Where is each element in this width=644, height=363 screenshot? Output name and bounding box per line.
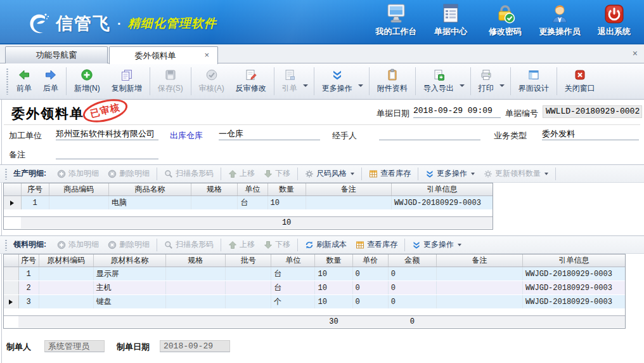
copy-new-button[interactable]: 复制新增	[106, 66, 148, 96]
toolbar-grip[interactable]	[5, 168, 7, 180]
doc-date-field[interactable]: 2018-09-29 09:09	[413, 106, 501, 118]
cell-seq[interactable]: 2	[18, 281, 39, 295]
production-add-button[interactable]: 添加明细	[53, 167, 103, 180]
chevron-down-icon[interactable]	[499, 84, 505, 87]
cell-code[interactable]	[39, 295, 93, 309]
material-refresh-cost-button[interactable]: 刷新成本	[300, 238, 351, 251]
cell-seq[interactable]: 1	[18, 267, 39, 281]
tab-function-nav[interactable]: 功能导航窗	[5, 46, 108, 63]
cell-code[interactable]	[49, 196, 108, 210]
column-header[interactable]: 规格	[166, 254, 226, 267]
cell-qty[interactable]: 10	[315, 267, 352, 281]
cell-batch[interactable]	[226, 267, 271, 281]
column-header[interactable]: 序号	[21, 183, 49, 196]
cell-code[interactable]	[39, 267, 93, 281]
cell-spec[interactable]	[166, 281, 226, 295]
biztype-field[interactable]: 委外发料	[542, 128, 639, 140]
exit-system-button[interactable]: 退出系统	[587, 3, 641, 37]
column-header[interactable]: 备注	[436, 254, 522, 267]
close-window-button[interactable]: 关闭窗口	[559, 66, 601, 96]
cell-amount[interactable]: 0	[388, 281, 436, 295]
material-move-up-button[interactable]: 上移	[224, 238, 259, 251]
tab-outsource-material[interactable]: 委外领料单 ×	[109, 46, 218, 64]
cell-batch[interactable]	[226, 295, 271, 309]
material-more-ops-button[interactable]: 更多操作	[408, 238, 466, 251]
cell-seq[interactable]: 1	[21, 196, 49, 210]
cell-remark[interactable]	[436, 281, 522, 295]
unaudit-button[interactable]: 反审修改	[230, 66, 272, 96]
cell-code[interactable]	[39, 281, 93, 295]
cell-ref[interactable]: WWJGD-20180929-0003	[523, 281, 625, 295]
cell-name[interactable]: 显示屏	[93, 267, 165, 281]
change-password-button[interactable]: 修改密码	[478, 3, 532, 37]
switch-operator-button[interactable]: 更换操作员	[532, 3, 587, 37]
column-header[interactable]: 金额	[388, 254, 436, 267]
import-export-button[interactable]: 导入导出	[418, 66, 460, 96]
chevron-down-icon[interactable]	[358, 84, 363, 87]
cell-batch[interactable]	[226, 281, 271, 295]
toolbar-grip[interactable]	[6, 68, 8, 95]
cell-remark[interactable]	[436, 267, 522, 281]
column-header[interactable]: 规格	[191, 183, 238, 196]
column-header[interactable]: 单价	[352, 254, 388, 267]
column-header[interactable]: 备注	[306, 183, 391, 196]
cell-price[interactable]: 0	[352, 267, 388, 281]
column-header[interactable]: 引单信息	[523, 254, 625, 267]
prev-doc-button[interactable]: 前单	[11, 66, 37, 96]
workbench-button[interactable]: 我的工作台	[369, 3, 423, 37]
cell-amount[interactable]: 0	[388, 267, 436, 281]
cell-name[interactable]: 主机	[93, 281, 165, 295]
column-header[interactable]: 单位	[271, 254, 315, 267]
column-header[interactable]: 数量	[315, 254, 352, 267]
cell-price[interactable]: 0	[352, 295, 388, 309]
audit-button[interactable]: 审核(A)	[193, 66, 230, 96]
column-header[interactable]: 批号	[226, 254, 271, 267]
material-add-button[interactable]: 添加明细	[53, 238, 103, 251]
warehouse-link[interactable]: 出库仓库	[170, 130, 203, 142]
handler-field[interactable]	[379, 128, 480, 140]
cell-qty[interactable]: 10	[267, 196, 306, 210]
cell-name[interactable]: 电脑	[108, 196, 191, 210]
attachments-button[interactable]: 附件资料	[371, 66, 413, 96]
production-move-down-button[interactable]: 下移	[259, 167, 295, 180]
cell-remark[interactable]	[306, 196, 391, 210]
production-more-ops-button[interactable]: 更多操作	[421, 167, 479, 180]
print-button[interactable]: 打印	[473, 66, 499, 96]
cell-price[interactable]: 0	[352, 281, 388, 295]
tab-close-icon[interactable]: ×	[204, 51, 209, 59]
cell-unit[interactable]: 台	[271, 267, 315, 281]
processor-field[interactable]: 郑州亚拓软件科技有限公司	[56, 128, 158, 140]
production-size-style-button[interactable]: 尺码风格	[300, 167, 359, 180]
chevron-down-icon[interactable]	[303, 84, 308, 87]
cell-name[interactable]: 键盘	[93, 295, 165, 309]
material-view-stock-button[interactable]: 查看库存	[351, 238, 402, 251]
production-delete-button[interactable]: 删除明细	[103, 167, 154, 180]
cell-ref[interactable]: WWJGD-20180929-0003	[523, 267, 625, 281]
production-move-up-button[interactable]: 上移	[224, 167, 259, 180]
more-ops-button[interactable]: 更多操作	[316, 66, 358, 96]
production-update-qty-button[interactable]: 更新领料数量	[479, 167, 553, 180]
cell-spec[interactable]	[166, 295, 226, 309]
doc-center-button[interactable]: 单据中心	[423, 3, 478, 37]
cell-qty[interactable]: 10	[315, 281, 352, 295]
column-header[interactable]: 数量	[267, 183, 306, 196]
cell-remark[interactable]	[436, 295, 522, 309]
chevron-down-icon[interactable]	[460, 84, 465, 87]
cell-unit[interactable]: 台	[238, 196, 267, 210]
cell-spec[interactable]	[166, 267, 226, 281]
cell-amount[interactable]: 0	[388, 295, 436, 309]
column-header[interactable]: 商品编码	[49, 183, 108, 196]
material-move-down-button[interactable]: 下移	[259, 238, 295, 251]
column-header[interactable]: 引单信息	[392, 183, 493, 196]
production-scan-button[interactable]: 扫描条形码	[160, 167, 218, 180]
cell-ref[interactable]: WWJGD-20180929-0003	[392, 196, 493, 210]
toolbar-grip[interactable]	[5, 239, 7, 251]
cell-qty[interactable]: 10	[315, 295, 352, 309]
cell-ref[interactable]: WWJGD-20180929-0003	[523, 295, 625, 309]
tabstrip-close-icon[interactable]: ×	[633, 49, 638, 58]
next-doc-button[interactable]: 后单	[37, 66, 64, 96]
cell-unit[interactable]: 个	[271, 295, 315, 309]
column-header[interactable]: 序号	[18, 254, 39, 267]
material-scan-button[interactable]: 扫描条形码	[160, 238, 218, 251]
column-header[interactable]: 商品名称	[108, 183, 191, 196]
